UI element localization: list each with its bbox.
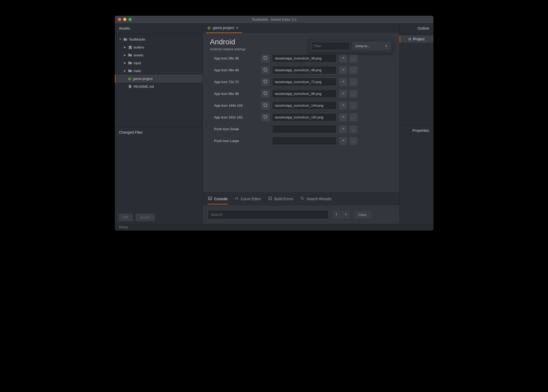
console-body: Clear	[203, 205, 399, 224]
app-window: TestMobile - Defold Editor 2.0 Assets Te…	[115, 16, 433, 231]
center-panel: ✿ game.project × Android Android related…	[203, 23, 399, 224]
changed-files-panel: Changed Files Diff Revert	[115, 127, 202, 224]
chevron-left-icon	[335, 213, 338, 217]
svg-line-7	[303, 199, 304, 200]
undo-icon	[263, 91, 268, 97]
prop-input[interactable]	[272, 101, 336, 110]
undo-icon	[263, 56, 268, 61]
dots-icon: …	[351, 80, 355, 84]
filter-input[interactable]	[314, 42, 358, 50]
goto-resource-button[interactable]	[339, 102, 347, 110]
tree-label: input	[134, 61, 141, 65]
prop-label: Push Icon Large	[210, 139, 259, 143]
tab-label: game.project	[213, 26, 234, 30]
goto-icon	[341, 80, 345, 84]
browse-button[interactable]: …	[350, 125, 357, 133]
browse-button[interactable]: …	[350, 137, 357, 145]
editor-body: Android Android related settings Jump to…	[203, 33, 399, 192]
chevron-right-icon[interactable]	[124, 54, 126, 56]
prop-input[interactable]	[272, 90, 336, 98]
reset-button[interactable]	[261, 113, 270, 121]
editor-tab-gameproject[interactable]: ✿ game.project ×	[206, 23, 242, 33]
assets-tree[interactable]: TestMobile builtins assets input	[115, 34, 202, 127]
clear-button[interactable]: Clear	[354, 211, 371, 219]
browse-button[interactable]: …	[350, 55, 357, 62]
btab-label: Curve Editor	[241, 197, 261, 201]
close-tab-icon[interactable]: ×	[236, 26, 238, 30]
tree-label: main	[134, 69, 141, 73]
revert-button[interactable]: Revert	[136, 214, 155, 221]
tab-build-errors[interactable]: Build Errors	[268, 196, 293, 204]
tree-file-readme[interactable]: README.md	[115, 83, 202, 90]
tree-folder-main[interactable]: main	[115, 67, 202, 75]
dots-icon: …	[351, 68, 355, 72]
prop-row: App Icon 36x 36 …	[210, 54, 392, 62]
reset-button[interactable]	[261, 66, 270, 74]
tab-curve-editor[interactable]: Curve Editor	[234, 196, 261, 204]
chevron-right-icon[interactable]	[124, 69, 126, 72]
browse-button[interactable]: …	[350, 66, 357, 74]
chevron-down-icon[interactable]	[119, 38, 122, 41]
reset-button[interactable]	[261, 102, 270, 110]
next-button[interactable]	[342, 211, 350, 219]
properties-header: Properties	[400, 125, 433, 136]
prop-label: App Icon 96x 96	[210, 92, 259, 96]
tree-folder-builtins[interactable]: builtins	[115, 43, 202, 51]
tab-search-results[interactable]: Search Results	[300, 196, 331, 204]
close-window-button[interactable]	[118, 18, 121, 21]
tree-file-gameproject[interactable]: ✿ game.project	[115, 75, 202, 83]
browse-button[interactable]: …	[350, 90, 357, 98]
outline-item-project[interactable]: ✿ Project	[400, 35, 433, 43]
prev-button[interactable]	[332, 211, 341, 219]
browse-button[interactable]: …	[350, 102, 357, 110]
zoom-window-button[interactable]	[128, 18, 132, 21]
browse-button[interactable]: …	[350, 78, 357, 86]
assets-header: Assets	[115, 23, 202, 34]
prop-input[interactable]	[272, 66, 336, 74]
browse-button[interactable]: …	[350, 113, 357, 121]
prop-input[interactable]	[272, 137, 336, 145]
window-controls	[115, 18, 132, 21]
curve-icon	[234, 196, 239, 201]
reset-button[interactable]	[261, 78, 270, 86]
tab-console[interactable]: Console	[208, 196, 228, 204]
goto-resource-button[interactable]	[339, 66, 347, 74]
changed-files-body	[115, 138, 202, 211]
goto-resource-button[interactable]	[339, 137, 347, 145]
prop-label: Push Icon Small	[210, 127, 259, 131]
prop-input[interactable]	[272, 78, 336, 86]
search-icon	[300, 196, 304, 201]
btab-label: Build Errors	[274, 197, 293, 201]
diff-button[interactable]: Diff	[119, 214, 133, 221]
tree-folder-input[interactable]: input	[115, 59, 202, 67]
prop-row: App Icon 144x 144 …	[210, 101, 392, 110]
svg-point-5	[270, 199, 270, 199]
tree-label: assets	[134, 53, 144, 57]
reset-button[interactable]	[261, 90, 270, 98]
goto-resource-button[interactable]	[339, 78, 347, 86]
tree-label: README.md	[134, 85, 154, 89]
chevron-right-icon[interactable]	[124, 62, 126, 64]
minimize-window-button[interactable]	[123, 18, 126, 21]
goto-resource-button[interactable]	[339, 55, 347, 62]
props-list: App Icon 36x 36 … App Icon 48x 48 … App …	[210, 54, 392, 145]
prop-row: App Icon 192x 192 …	[210, 113, 392, 121]
prop-input[interactable]	[272, 125, 336, 133]
jump-to-select[interactable]: Jump to... ▼	[352, 42, 390, 50]
goto-resource-button[interactable]	[339, 125, 347, 133]
tree-folder-assets[interactable]: assets	[115, 51, 202, 59]
reset-button[interactable]	[261, 55, 270, 62]
bottom-tabs: Console Curve Editor Build Errors Search…	[203, 194, 399, 204]
prop-input[interactable]	[272, 113, 336, 121]
prop-input[interactable]	[272, 54, 336, 62]
svg-rect-2	[208, 197, 212, 200]
clover-icon: ✿	[128, 77, 131, 81]
prop-row: Push Icon Large …	[210, 137, 392, 145]
console-search-input[interactable]	[208, 210, 329, 219]
chevron-right-icon[interactable]	[124, 46, 126, 48]
goto-resource-button[interactable]	[339, 90, 347, 98]
tree-root[interactable]: TestMobile	[115, 35, 202, 43]
jump-label: Jump to...	[355, 44, 370, 48]
chevron-right-icon	[344, 213, 348, 217]
goto-resource-button[interactable]	[339, 113, 347, 121]
